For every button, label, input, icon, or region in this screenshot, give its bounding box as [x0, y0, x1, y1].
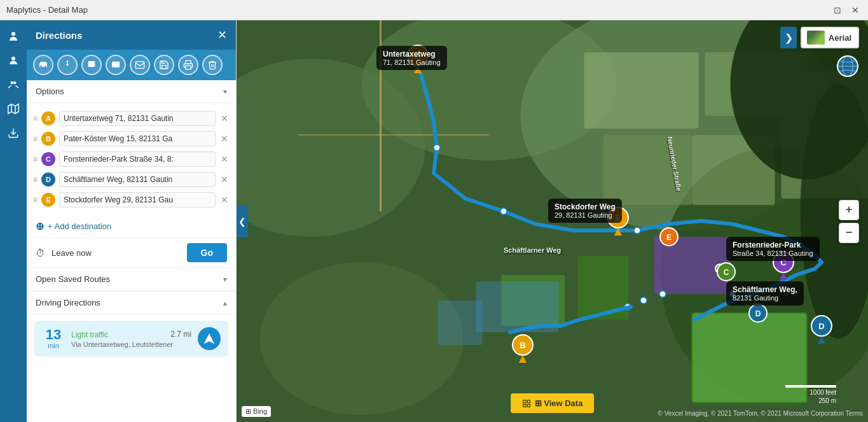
svg-rect-16	[186, 66, 191, 69]
add-destination[interactable]: ⊕ + Add destination	[27, 215, 236, 237]
options-section-header[interactable]: Options ▾	[27, 80, 236, 103]
svg-text:B: B	[520, 341, 525, 350]
waypoint-handle-c[interactable]: ≡	[33, 155, 38, 164]
options-chevron: ▾	[223, 87, 227, 96]
aerial-button[interactable]: Aerial	[801, 27, 859, 48]
left-toolbar	[0, 20, 27, 422]
main-container: Directions ✕	[0, 20, 868, 422]
svg-marker-60	[818, 336, 825, 344]
window-controls: ⊡ ✕	[831, 4, 862, 17]
view-data-button[interactable]: ⊞ View Data	[511, 393, 595, 413]
waypoint-handle-b[interactable]: ≡	[33, 134, 38, 143]
waypoint-remove-b[interactable]: ✕	[219, 132, 230, 145]
svg-marker-52	[519, 355, 527, 363]
delete-button[interactable]	[202, 55, 223, 75]
waypoint-input-a[interactable]	[59, 111, 216, 126]
saved-routes-section: Open Saved Routes ▾	[27, 267, 236, 291]
driving-directions-header[interactable]: Driving Directions ▴	[27, 292, 236, 314]
toolbar-person-button[interactable]	[3, 25, 24, 47]
svg-text:D: D	[755, 309, 761, 318]
directions-panel: Directions ✕	[27, 20, 237, 422]
collapse-arrow[interactable]: ❮	[237, 206, 248, 237]
print-button[interactable]	[178, 55, 198, 75]
svg-text:A: A	[415, 51, 421, 60]
waypoint-item-c: ≡ C ✕	[33, 149, 230, 169]
route-path: A B C C D	[237, 20, 868, 422]
route-via: Via Untertaxetweg, Leutstettener	[71, 341, 191, 348]
svg-text:E: E	[666, 233, 672, 242]
waypoint-remove-e[interactable]: ✕	[219, 193, 230, 206]
route-info: Light traffic 2.7 mi Via Untertaxetweg, …	[71, 330, 191, 348]
toolbar-map-button[interactable]	[3, 98, 24, 120]
window-title: Maplytics - Detail Map	[6, 5, 88, 15]
options-label: Options	[36, 87, 64, 96]
close-button[interactable]: ✕	[849, 4, 862, 17]
svg-point-44	[659, 291, 666, 297]
waypoint-item-a: ≡ A ✕	[33, 108, 230, 129]
add-icon: ⊕	[36, 220, 44, 232]
restore-button[interactable]: ⊡	[831, 4, 844, 17]
svg-point-41	[634, 227, 640, 234]
route-card: 13 min Light traffic 2.7 mi Via Untertax…	[34, 321, 228, 356]
go-button[interactable]: Go	[187, 243, 227, 262]
svg-point-10	[90, 65, 90, 66]
transit-mode-button[interactable]	[81, 55, 102, 75]
navigate-icon[interactable]	[198, 327, 221, 350]
waypoint-input-e[interactable]	[59, 192, 216, 207]
waypoint-input-c[interactable]	[59, 151, 216, 167]
svg-rect-74	[527, 404, 530, 407]
leave-now-row: ⏱ Leave now Go	[27, 237, 236, 267]
svg-point-39	[434, 144, 440, 151]
forward-arrow[interactable]: ❯	[780, 27, 797, 48]
waypoint-badge-c: C	[41, 152, 55, 166]
map-area[interactable]: A B C C D	[237, 20, 868, 422]
waypoint-input-b[interactable]	[59, 131, 216, 146]
svg-text:E: E	[616, 213, 621, 223]
waypoint-remove-a[interactable]: ✕	[219, 112, 230, 125]
svg-marker-55	[780, 272, 787, 280]
svg-point-43	[729, 291, 736, 297]
directions-close-button[interactable]: ✕	[217, 28, 227, 42]
waypoint-item-b: ≡ B ✕	[33, 129, 230, 149]
waypoint-handle-e[interactable]: ≡	[33, 195, 38, 204]
drive-mode-button[interactable]	[33, 55, 53, 75]
add-destination-label: + Add destination	[48, 222, 111, 231]
email-button[interactable]	[130, 55, 150, 75]
svg-text:D: D	[818, 321, 824, 331]
saved-routes-header[interactable]: Open Saved Routes ▾	[27, 268, 236, 291]
waypoint-handle-d[interactable]: ≡	[33, 175, 38, 184]
toolbar-group-button[interactable]	[3, 74, 24, 95]
svg-point-11	[93, 65, 93, 66]
svg-text:C: C	[724, 268, 729, 277]
svg-rect-12	[112, 62, 120, 67]
svg-point-0	[11, 32, 15, 36]
waypoint-remove-c[interactable]: ✕	[219, 153, 230, 165]
directions-icon-toolbar	[27, 50, 236, 80]
map-controls: + −	[839, 200, 859, 243]
waypoint-remove-d[interactable]: ✕	[219, 173, 230, 186]
waypoint-badge-b: B	[41, 132, 55, 146]
svg-rect-9	[88, 61, 95, 67]
zoom-out-button[interactable]: −	[839, 223, 859, 243]
save-button[interactable]	[154, 55, 174, 75]
toolbar-user-button[interactable]	[3, 50, 24, 71]
svg-marker-49	[414, 66, 422, 73]
saved-routes-label: Open Saved Routes	[36, 274, 110, 284]
svg-point-45	[640, 297, 647, 304]
waypoints-list: ≡ A ✕ ≡ B ✕ ≡ C ✕ ≡ D	[27, 103, 236, 215]
route-minutes: 13	[46, 328, 61, 342]
clock-icon: ⏱	[36, 248, 45, 258]
bus-mode-button[interactable]	[106, 55, 126, 75]
toolbar-download-button[interactable]	[3, 122, 24, 144]
waypoint-item-e: ≡ E ✕	[33, 190, 230, 210]
waypoint-badge-a: A	[41, 111, 55, 125]
waypoint-handle-a[interactable]: ≡	[33, 114, 38, 123]
walk-mode-button[interactable]	[57, 55, 78, 75]
zoom-in-button[interactable]: +	[839, 200, 859, 220]
svg-point-14	[118, 66, 118, 67]
aerial-label: Aerial	[829, 33, 851, 43]
svg-point-2	[11, 81, 14, 85]
waypoint-input-d[interactable]	[59, 172, 216, 187]
driving-directions-chevron: ▴	[223, 299, 227, 307]
svg-marker-4	[8, 104, 19, 114]
